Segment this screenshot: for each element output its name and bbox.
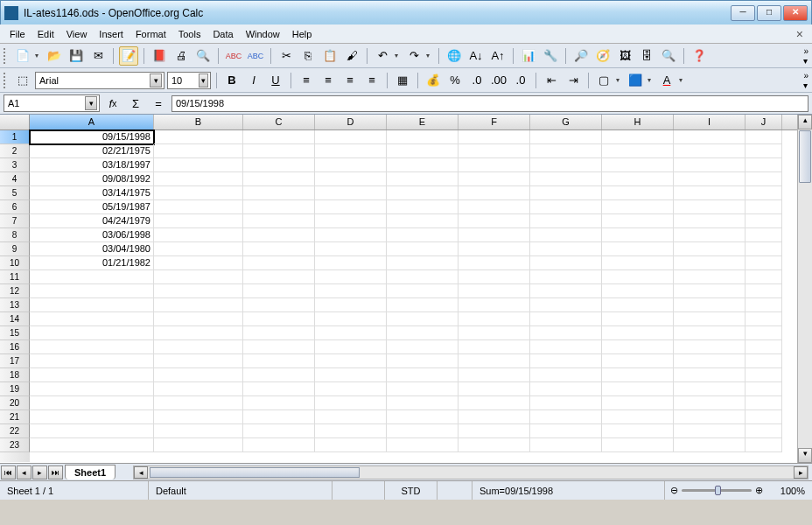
cell-F8[interactable] bbox=[458, 228, 530, 242]
cell-H18[interactable] bbox=[602, 368, 674, 382]
fmt-handle[interactable] bbox=[4, 73, 7, 88]
cell-F13[interactable] bbox=[458, 298, 530, 312]
cell-J4[interactable] bbox=[746, 172, 782, 186]
save-button[interactable]: 💾 bbox=[66, 46, 86, 66]
sheet-tab-1[interactable]: Sheet1 bbox=[65, 465, 116, 480]
row-header-12[interactable]: 12 bbox=[0, 284, 30, 298]
menu-edit[interactable]: Edit bbox=[32, 27, 60, 41]
align-right-button[interactable]: ≡ bbox=[340, 71, 360, 90]
cell-F20[interactable] bbox=[458, 396, 530, 410]
cell-C14[interactable] bbox=[243, 312, 315, 326]
cell-J10[interactable] bbox=[746, 256, 782, 270]
cell-F7[interactable] bbox=[458, 214, 530, 228]
column-header-F[interactable]: F bbox=[458, 115, 530, 130]
fmt-toolbar-more[interactable]: »▾ bbox=[803, 71, 808, 90]
cell-C13[interactable] bbox=[243, 298, 315, 312]
cell-A5[interactable]: 03/14/1975 bbox=[30, 186, 154, 200]
cell-E16[interactable] bbox=[387, 340, 458, 354]
cell-H23[interactable] bbox=[602, 438, 674, 452]
row-header-1[interactable]: 1 bbox=[0, 130, 30, 144]
edit-file-button[interactable]: 📝 bbox=[119, 46, 138, 66]
new-dropdown[interactable]: ▾ bbox=[35, 52, 42, 60]
increase-indent-button[interactable]: ⇥ bbox=[564, 71, 583, 90]
row-header-7[interactable]: 7 bbox=[0, 214, 30, 228]
print-preview-button[interactable]: 🔍 bbox=[193, 46, 213, 66]
gallery-button[interactable]: 🖼 bbox=[615, 46, 634, 66]
cell-F18[interactable] bbox=[458, 368, 530, 382]
cell-G6[interactable] bbox=[530, 200, 602, 214]
cell-F5[interactable] bbox=[458, 186, 530, 200]
cell-I22[interactable] bbox=[674, 424, 746, 438]
cell-C2[interactable] bbox=[243, 144, 315, 158]
cell-D15[interactable] bbox=[315, 326, 387, 340]
cell-G7[interactable] bbox=[530, 214, 602, 228]
row-header-23[interactable]: 23 bbox=[0, 438, 30, 452]
cell-E4[interactable] bbox=[387, 172, 458, 186]
cell-J7[interactable] bbox=[746, 214, 782, 228]
cell-A11[interactable] bbox=[30, 270, 154, 284]
menu-data[interactable]: Data bbox=[206, 27, 239, 41]
cell-J19[interactable] bbox=[746, 382, 782, 396]
column-header-B[interactable]: B bbox=[154, 115, 243, 130]
cell-A4[interactable]: 09/08/1992 bbox=[30, 172, 154, 186]
cell-J16[interactable] bbox=[746, 340, 782, 354]
function-wizard-button[interactable]: fx bbox=[103, 94, 122, 113]
cell-C11[interactable] bbox=[243, 270, 315, 284]
bgcolor-dropdown[interactable]: ▾ bbox=[648, 76, 654, 84]
cell-B8[interactable] bbox=[154, 228, 243, 242]
toolbar-handle[interactable] bbox=[4, 48, 7, 64]
cells-area[interactable]: 09/15/199802/21/197503/18/199709/08/1992… bbox=[30, 130, 812, 462]
cell-C22[interactable] bbox=[243, 424, 315, 438]
cell-E10[interactable] bbox=[387, 256, 458, 270]
cell-F3[interactable] bbox=[458, 158, 530, 172]
row-header-17[interactable]: 17 bbox=[0, 354, 30, 368]
cell-G5[interactable] bbox=[530, 186, 602, 200]
status-mode[interactable]: STD bbox=[385, 481, 438, 500]
cell-J2[interactable] bbox=[746, 144, 782, 158]
cell-D3[interactable] bbox=[315, 158, 387, 172]
cell-I12[interactable] bbox=[674, 284, 746, 298]
tab-first-button[interactable]: ⏮ bbox=[1, 466, 16, 480]
scroll-down-button[interactable]: ▾ bbox=[798, 448, 812, 463]
tab-next-button[interactable]: ▸ bbox=[32, 466, 47, 480]
cell-H21[interactable] bbox=[602, 410, 674, 424]
show-draw-button[interactable]: 🔧 bbox=[541, 46, 560, 66]
export-pdf-button[interactable]: 📕 bbox=[150, 46, 169, 66]
cell-H19[interactable] bbox=[602, 382, 674, 396]
cell-D9[interactable] bbox=[315, 242, 387, 256]
cell-B7[interactable] bbox=[154, 214, 243, 228]
cell-A18[interactable] bbox=[30, 368, 154, 382]
cell-I9[interactable] bbox=[674, 242, 746, 256]
fontcolor-dropdown[interactable]: ▾ bbox=[679, 76, 686, 84]
cell-J3[interactable] bbox=[746, 158, 782, 172]
cell-B12[interactable] bbox=[154, 284, 243, 298]
cell-I13[interactable] bbox=[674, 298, 746, 312]
cell-J18[interactable] bbox=[746, 368, 782, 382]
cell-F4[interactable] bbox=[458, 172, 530, 186]
add-decimal-button[interactable]: .00 bbox=[489, 71, 508, 90]
bold-button[interactable]: B bbox=[222, 71, 242, 90]
cell-A21[interactable] bbox=[30, 410, 154, 424]
column-header-C[interactable]: C bbox=[243, 115, 315, 130]
new-button[interactable]: 📄 bbox=[13, 46, 32, 66]
scroll-left-button[interactable]: ◂ bbox=[134, 466, 148, 479]
cell-H5[interactable] bbox=[602, 186, 674, 200]
cell-B6[interactable] bbox=[154, 200, 243, 214]
zoom-in-button[interactable]: ⊕ bbox=[755, 485, 763, 496]
row-header-19[interactable]: 19 bbox=[0, 382, 30, 396]
tab-last-button[interactable]: ⏭ bbox=[48, 466, 63, 480]
autospellcheck-button[interactable]: ABC bbox=[246, 46, 265, 66]
vscroll-thumb[interactable] bbox=[799, 130, 811, 183]
cell-D14[interactable] bbox=[315, 312, 387, 326]
help-button[interactable]: ❓ bbox=[690, 46, 709, 66]
find-button[interactable]: 🔎 bbox=[571, 46, 591, 66]
redo-button[interactable]: ↷ bbox=[404, 46, 424, 66]
cell-E20[interactable] bbox=[387, 396, 458, 410]
paste-button[interactable]: 📋 bbox=[320, 46, 340, 66]
status-insert-mode[interactable] bbox=[332, 481, 385, 500]
cell-A12[interactable] bbox=[30, 284, 154, 298]
cell-I4[interactable] bbox=[674, 172, 746, 186]
menu-window[interactable]: Window bbox=[240, 27, 286, 41]
cell-B20[interactable] bbox=[154, 396, 243, 410]
cell-J23[interactable] bbox=[746, 438, 782, 452]
